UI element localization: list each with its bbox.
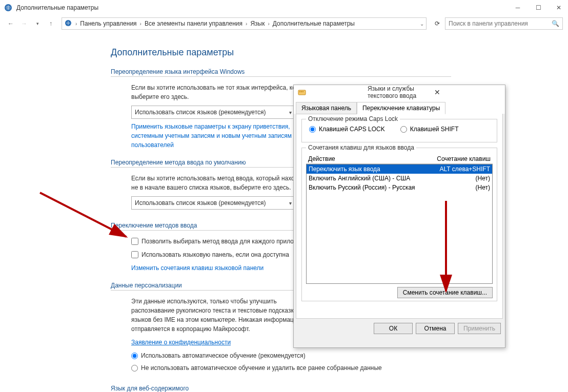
apply-button[interactable]: Применить bbox=[458, 323, 501, 334]
app-icon bbox=[4, 4, 12, 12]
dialog-close-button[interactable]: ✕ bbox=[434, 88, 501, 96]
chevron-right-icon: › bbox=[246, 21, 247, 27]
address-dropdown[interactable]: ⌄ bbox=[420, 21, 424, 27]
per-app-input-checkbox[interactable] bbox=[131, 238, 138, 245]
chevron-right-icon: › bbox=[268, 21, 269, 27]
hotkeys-list-header: Действие Сочетание клавиш bbox=[306, 154, 493, 164]
page-title: Дополнительные параметры bbox=[111, 47, 451, 58]
dialog-titlebar: Языки и службы текстового ввода ✕ bbox=[294, 85, 505, 99]
up-button[interactable]: ↑ bbox=[45, 18, 56, 29]
ok-button[interactable]: ОК bbox=[374, 323, 413, 334]
svg-rect-2 bbox=[298, 90, 306, 95]
search-box[interactable]: 🔍 bbox=[445, 17, 563, 30]
use-lang-bar-checkbox[interactable] bbox=[131, 251, 138, 258]
hotkey-row[interactable]: Переключить язык вводаALT слева+SHIFT bbox=[307, 164, 492, 174]
recent-dropdown[interactable]: ▾ bbox=[32, 18, 43, 29]
personalization-text: Эти данные используются, только чтобы ул… bbox=[131, 297, 316, 334]
section-override-ui-lang-title: Переопределение языка интерфейса Windows bbox=[111, 68, 451, 77]
hotkeys-group-title: Сочетания клавиш для языков ввода bbox=[306, 144, 416, 151]
dialog-title: Языки и службы текстового ввода bbox=[368, 85, 434, 99]
navbar: ← → ▾ ↑ › Панель управления › Все элемен… bbox=[0, 15, 568, 32]
keyboard-icon bbox=[298, 88, 364, 96]
capslock-group: Отключение режима Caps Lock Клавишей CAP… bbox=[301, 119, 497, 142]
chevron-down-icon: ▾ bbox=[289, 199, 292, 207]
address-icon bbox=[64, 19, 72, 29]
use-lang-bar-label: Использовать языковую панель, если она д… bbox=[141, 250, 289, 259]
search-icon: 🔍 bbox=[552, 20, 559, 27]
section-web-lang-title: Язык для веб-содержимого bbox=[111, 385, 451, 392]
change-hotkey-button[interactable]: Сменить сочетание клавиш... bbox=[397, 287, 493, 298]
breadcrumb[interactable]: Язык bbox=[250, 20, 265, 27]
window-title: Дополнительные параметры bbox=[16, 4, 513, 11]
maximize-button[interactable]: ☐ bbox=[533, 4, 543, 11]
dialog-tabs: Языковая панель Переключение клавиатуры bbox=[294, 99, 505, 114]
capslock-group-title: Отключение режима Caps Lock bbox=[306, 115, 400, 122]
forward-button[interactable]: → bbox=[18, 18, 30, 29]
svg-rect-4 bbox=[301, 91, 302, 92]
input-method-dropdown[interactable]: Использовать список языков (рекомендуетс… bbox=[131, 196, 295, 210]
minimize-button[interactable]: ─ bbox=[513, 4, 523, 11]
back-button[interactable]: ← bbox=[5, 18, 16, 29]
close-button[interactable]: ✕ bbox=[554, 4, 564, 11]
window-titlebar: Дополнительные параметры ─ ☐ ✕ bbox=[0, 0, 568, 15]
breadcrumb[interactable]: Панель управления bbox=[80, 20, 136, 27]
hotkeys-group: Сочетания клавиш для языков ввода Действ… bbox=[301, 148, 497, 301]
hotkeys-listbox[interactable]: Переключить язык вводаALT слева+SHIFT Вк… bbox=[306, 164, 493, 284]
dialog-buttons: ОК Отмена Применить bbox=[294, 319, 505, 338]
breadcrumb[interactable]: Дополнительные параметры bbox=[273, 20, 355, 27]
chevron-right-icon: › bbox=[75, 21, 77, 27]
per-app-input-label: Позволить выбирать метод ввода для каждо… bbox=[141, 237, 311, 246]
ui-lang-dropdown[interactable]: Использовать список языков (рекомендуетс… bbox=[131, 106, 295, 119]
tab-language-bar[interactable]: Языковая панель bbox=[296, 102, 357, 114]
tab-keyboard-switch[interactable]: Переключение клавиатуры bbox=[357, 102, 445, 114]
override-input-text: Если вы хотите использовать метод ввода,… bbox=[131, 174, 316, 192]
svg-rect-5 bbox=[302, 91, 303, 92]
chevron-right-icon: › bbox=[140, 21, 141, 27]
apply-lang-settings-link[interactable]: Применить языковые параметры к экрану пр… bbox=[131, 122, 316, 150]
dialog-tab-body: Отключение режима Caps Lock Клавишей CAP… bbox=[296, 114, 503, 319]
capslock-by-shift-radio[interactable] bbox=[400, 126, 407, 133]
auto-learning-on-label: Использовать автоматическое обучение (ре… bbox=[141, 351, 306, 360]
search-input[interactable] bbox=[449, 20, 552, 27]
hotkey-row[interactable]: Включить Английский (США) - США(Нет) bbox=[307, 174, 492, 183]
address-bar[interactable]: › Панель управления › Все элементы панел… bbox=[62, 17, 427, 30]
capslock-by-capslock-radio[interactable] bbox=[309, 126, 316, 133]
chevron-down-icon: ▾ bbox=[289, 109, 292, 116]
cancel-button[interactable]: Отмена bbox=[416, 323, 455, 334]
auto-learning-off-label: Не использовать автоматическое обучение … bbox=[141, 363, 382, 373]
text-services-dialog: Языки и службы текстового ввода ✕ Языков… bbox=[293, 85, 505, 348]
hotkey-row[interactable]: Включить Русский (Россия) - Русская(Нет) bbox=[307, 183, 492, 192]
auto-learning-on-radio[interactable] bbox=[131, 353, 138, 359]
svg-rect-3 bbox=[299, 91, 300, 92]
breadcrumb[interactable]: Все элементы панели управления bbox=[145, 20, 242, 27]
refresh-button[interactable]: ⟳ bbox=[432, 20, 443, 27]
auto-learning-off-radio[interactable] bbox=[131, 365, 138, 372]
